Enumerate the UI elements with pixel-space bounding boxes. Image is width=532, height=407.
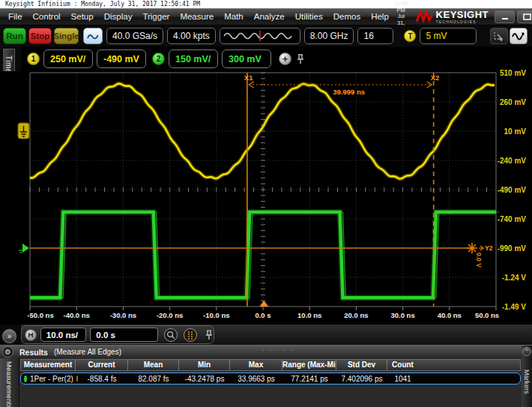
results-header[interactable]: ⚙ Results (Measure All Edges) · · · · · (0, 346, 532, 358)
trigger-level-box[interactable]: 5 mV (420, 28, 477, 44)
restore-button[interactable] (517, 10, 532, 23)
menu-item[interactable]: Measure (175, 9, 219, 25)
x-axis-label: -50.0 ns (27, 311, 53, 319)
y-axis-label: -1.24 V (502, 274, 526, 282)
results-table: MeasurementCurrentMeanMinMaxRange (Max-M… (20, 359, 521, 385)
menu-item[interactable]: Analyze (249, 9, 290, 25)
channel-2-badge[interactable]: 2 (152, 52, 165, 65)
menu-item[interactable]: Setup (66, 9, 99, 25)
keysight-spark-icon (416, 10, 434, 23)
horizontal-bar: H 10.0 ns/ 0.0 s (21, 325, 532, 345)
cell-count: 1041 (387, 375, 418, 383)
x-axis-label: 40.0 ns (438, 311, 462, 319)
minimize-icon (501, 14, 509, 20)
timebase-position-box[interactable]: 0.0 s (90, 328, 158, 342)
bandwidth-box[interactable]: 8.00 GHz (304, 28, 354, 44)
horizontal-badge[interactable]: H (25, 329, 37, 341)
pin-icon[interactable] (205, 329, 214, 341)
waveform-display[interactable]: 510 mV260 mV10 mV-240 mV-490 mV-740 mV-9… (0, 71, 532, 325)
segmented-memory-button[interactable] (184, 328, 197, 342)
acquisition-preview[interactable] (220, 28, 300, 44)
y2-marker-value: 0.0 V (475, 253, 483, 268)
menu-item[interactable]: File (3, 9, 28, 25)
column-header[interactable]: Max (230, 360, 282, 370)
menu-item[interactable]: Trigger (137, 9, 175, 25)
panel-drag-handle[interactable]: · · · · · (262, 346, 294, 354)
menu-item[interactable]: Display (99, 9, 138, 25)
channel-1-offset-box[interactable]: -490 mV (97, 49, 146, 68)
cell-mean: 82.087 fs (128, 375, 179, 383)
column-header[interactable]: Min (179, 360, 230, 370)
x-axis-label: -30.0 ns (110, 311, 136, 319)
scroll-up-icon[interactable]: ⌃ (522, 347, 531, 356)
y-axis-label: 260 mV (500, 98, 526, 106)
cell-current: -858.4 fs (76, 375, 128, 383)
tab-markers[interactable]: ⌃ Markers ‹ (522, 346, 532, 407)
menu-item[interactable]: Help (366, 9, 394, 25)
tab-measurements[interactable]: Measurements (0, 358, 19, 407)
marker-delta-readout: 39.999 ns (333, 88, 365, 96)
x-axis-label: -10.0 ns (203, 311, 229, 319)
memory-depth-box[interactable]: 4.00 kpts (167, 28, 216, 44)
results-subtitle: (Measure All Edges) (54, 348, 121, 356)
trigger-badge[interactable]: T (404, 30, 416, 42)
channel-2-offset-box[interactable]: 300 mV (222, 49, 271, 68)
measurement-status-icon (24, 376, 27, 382)
y2-marker-label[interactable]: Y2 (485, 244, 492, 252)
timebase-scale-box[interactable]: 10.0 ns/ (40, 328, 86, 342)
column-header[interactable]: Std Dev (336, 360, 387, 370)
results-table-header: MeasurementCurrentMeanMinMaxRange (Max-M… (20, 359, 521, 371)
column-header[interactable]: Measurement (21, 360, 76, 370)
averages-box[interactable]: 16 (357, 28, 393, 44)
sine-pulse-icon (87, 31, 99, 40)
menu-item[interactable]: Demos (328, 9, 366, 25)
window-title: Keysight Infiniium : Monday, July 31, 20… (0, 0, 532, 8)
column-header[interactable]: Current (76, 360, 128, 370)
y-axis-label: -1.49 V (502, 303, 526, 311)
menu-item[interactable]: Math (219, 9, 249, 25)
channel-bar: 1 250 mV/ -490 mV 2 150 mV/ 300 mV + (21, 46, 532, 71)
cell-stddev: 7.402096 ps (336, 375, 387, 383)
zoom-region-button[interactable] (490, 28, 508, 44)
magnifier-icon (166, 331, 175, 340)
dotted-columns-icon (186, 331, 195, 340)
x2-marker-label[interactable]: X2 (431, 73, 440, 82)
restore-icon (523, 13, 531, 20)
channel-1-badge[interactable]: 1 (27, 52, 40, 65)
y-axis-label: -740 mV (498, 215, 526, 223)
run-button[interactable]: Run (3, 28, 26, 44)
menu-item[interactable]: Control (28, 9, 66, 25)
sample-rate-box[interactable]: 40.0 GSa/s (106, 28, 163, 44)
column-header[interactable]: Mean (128, 360, 179, 370)
logo-line1: KEYSIGHT (436, 10, 489, 19)
touch-waveform-button[interactable] (83, 28, 103, 44)
stop-button[interactable]: Stop (28, 28, 52, 44)
channel-2-scale-box[interactable]: 150 mV/ (169, 49, 218, 68)
gear-icon[interactable]: ⚙ (2, 346, 13, 358)
y-axis-label: 510 mV (500, 69, 526, 77)
expand-panel-button[interactable]: » (2, 329, 16, 343)
measurement-row[interactable]: 1Per - Per(2) -858.4 fs 82.087 fs -43.24… (20, 373, 521, 385)
x-axis-label: 30.0 ns (390, 311, 414, 319)
add-channel-button[interactable]: + (279, 52, 291, 65)
y-axis-label: 10 mV (504, 127, 526, 136)
x-axis-label: 50.0 ns (475, 311, 499, 319)
x-axis-label: -20.0 ns (157, 311, 183, 319)
cell-range: 77.2141 ps (282, 375, 336, 383)
menu-item[interactable]: Utilities (290, 9, 328, 25)
results-title: Results (19, 348, 48, 357)
single-button[interactable]: Single (54, 28, 79, 44)
waveform-arrow-icon (512, 31, 525, 42)
minimize-button[interactable] (495, 10, 515, 23)
channel-1-scale-box[interactable]: 250 mV/ (43, 49, 93, 68)
pin-icon[interactable] (296, 53, 305, 65)
x-axis-label: 20.0 ns (344, 311, 368, 319)
x1-marker-label[interactable]: X1 (244, 73, 253, 82)
column-header[interactable]: Count (387, 360, 418, 370)
keysight-logo: KEYSIGHT TECHNOLOGIES (416, 10, 495, 24)
cell-min: -43.2478 ps (179, 375, 230, 383)
waveform-tools-button[interactable] (510, 28, 528, 44)
column-header[interactable]: Range (Max-Min) (282, 360, 336, 370)
zoom-region-icon (493, 31, 505, 41)
zoom-mode-button[interactable] (164, 328, 178, 342)
